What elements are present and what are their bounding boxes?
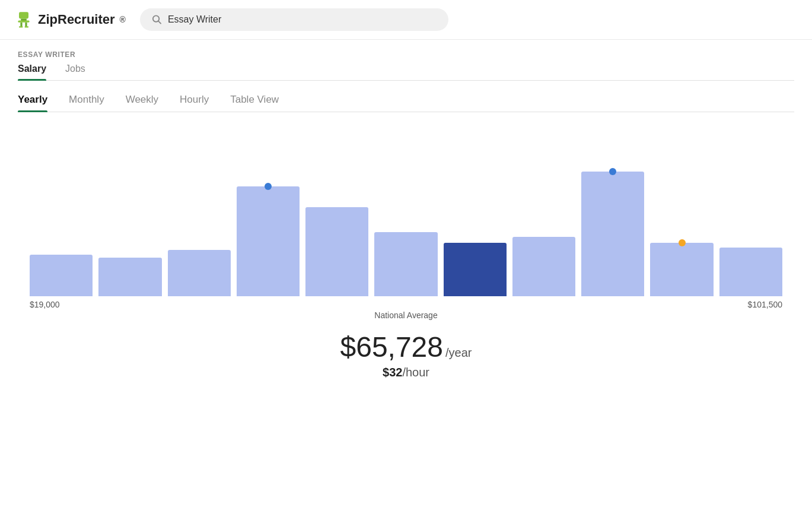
chart-label-max: $101,500 [748,300,782,309]
bar-group-4 [305,207,368,296]
salary-per-hour: /hour [402,366,429,379]
bar-group-9 [650,243,713,296]
bar-group-0 [30,255,93,296]
bar-3 [237,186,300,296]
salary-display: $65,728/year $32/hour [18,331,794,379]
chart-container: $19,000 $101,500 National Average $65,72… [0,112,812,391]
bar-4 [305,207,368,296]
svg-rect-2 [18,21,29,23]
bar-dot-8 [609,168,616,175]
svg-rect-6 [25,26,28,27]
bar-0 [30,255,93,296]
sub-tab-yearly[interactable]: Yearly [18,94,47,112]
national-average-label: National Average [18,310,794,320]
bar-group-7 [512,237,575,296]
bar-dot-3 [265,183,272,190]
sub-tab-weekly[interactable]: Weekly [126,94,158,112]
bar-dot-9 [679,239,686,246]
bar-1 [98,258,161,296]
search-icon [152,14,162,25]
bar-2 [168,250,231,296]
svg-rect-5 [19,26,23,27]
svg-line-8 [158,21,161,23]
salary-main: $65,728 [340,331,444,363]
logo-icon [14,10,33,29]
main-tabs: Salary Jobs [18,64,794,81]
search-input[interactable] [168,14,437,25]
bar-group-10 [719,248,782,296]
sub-tab-monthly[interactable]: Monthly [69,94,104,112]
bar-9 [650,243,713,296]
sub-tab-hourly[interactable]: Hourly [180,94,209,112]
bar-group-3 [237,186,300,296]
bar-6 [444,243,507,296]
salary-hourly: $32/hour [18,366,794,379]
salary-hourly-amount: $32 [383,366,402,379]
sub-tabs-area: Yearly Monthly Weekly Hourly Table View [0,81,812,112]
bar-group-6 [444,243,507,296]
svg-rect-0 [19,12,28,18]
bar-8 [581,172,644,296]
breadcrumb: ESSAY WRITER [18,50,794,59]
tab-jobs[interactable]: Jobs [65,64,85,80]
sub-tab-table-view[interactable]: Table View [230,94,279,112]
bar-chart [18,130,794,296]
sub-tabs: Yearly Monthly Weekly Hourly Table View [18,94,794,112]
search-bar[interactable] [140,8,448,31]
tab-salary[interactable]: Salary [18,64,46,80]
chart-labels: $19,000 $101,500 [18,296,794,309]
header: ZipRecruiter® [0,0,812,40]
content-area: ESSAY WRITER Salary Jobs [0,40,812,81]
bar-7 [512,237,575,296]
bar-group-2 [168,250,231,296]
bar-group-5 [374,232,437,296]
logo-asterisk: ® [120,15,126,24]
logo-text: ZipRecruiter [38,12,115,27]
bar-10 [719,248,782,296]
logo[interactable]: ZipRecruiter® [14,10,126,29]
chart-label-min: $19,000 [30,300,60,309]
salary-per-year: /year [445,346,472,359]
bar-5 [374,232,437,296]
bar-group-8 [581,172,644,296]
bar-group-1 [98,258,161,296]
